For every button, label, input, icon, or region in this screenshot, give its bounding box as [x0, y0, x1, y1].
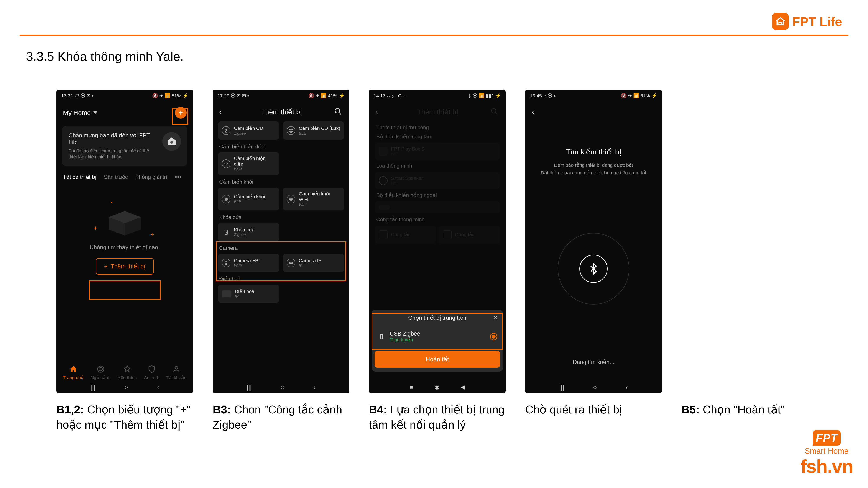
svg-point-7: [289, 129, 293, 132]
hub-selection-sheet: Chọn thiết bị trung tâm ✕ USB Zigbee Trự…: [372, 310, 503, 371]
recents-icon[interactable]: ■: [410, 384, 413, 390]
nav-home[interactable]: Trang chủ: [63, 365, 84, 380]
device-camera-fpt[interactable]: Camera FPTWiFi: [218, 254, 279, 272]
add-device-plus-button[interactable]: +: [175, 107, 187, 119]
device-motion-lux[interactable]: Cảm biến CĐ (Lux)BLE: [283, 122, 344, 140]
searching-status: Đang tìm kiếm...: [573, 359, 614, 365]
back-arrow-icon[interactable]: ‹: [219, 107, 229, 117]
android-nav: ■ ◉ ◀: [369, 384, 506, 390]
lux-icon: [287, 126, 295, 135]
back-icon[interactable]: ‹: [626, 384, 628, 391]
device-switch-1: Công tắc: [375, 226, 436, 244]
welcome-title: Chào mừng bạn đã đến với FPT Life: [69, 132, 158, 145]
svg-rect-18: [380, 334, 382, 339]
presence-icon: [222, 159, 230, 168]
divider: [20, 35, 848, 36]
hub-icon: [162, 132, 181, 151]
status-right-icons: ᛒ ⦿ 📶 ▮▮▯ ⚡: [468, 93, 501, 99]
empty-box-icon: + + ●: [104, 205, 145, 237]
home-dropdown[interactable]: My Home: [63, 109, 97, 117]
device-type-list[interactable]: Cảm biến CĐZigbee Cảm biến CĐ (Lux)BLE C…: [213, 122, 349, 303]
home-button-icon[interactable]: ○: [281, 384, 284, 391]
hub-option-usb-zigbee[interactable]: USB Zigbee Trực tuyến: [372, 326, 503, 347]
switch-icon: [443, 230, 452, 239]
section-title: 3.3.5 Khóa thông minh Yale.: [26, 49, 850, 64]
plus-icon: +: [104, 263, 107, 270]
status-left-icons: ⌂ ᛒ · G ···: [387, 93, 407, 98]
tab-front-yard[interactable]: Sân trước: [104, 174, 128, 180]
android-nav: ||| ○ ‹: [56, 384, 193, 391]
recents-icon[interactable]: |||: [247, 384, 251, 391]
camera-icon: [222, 259, 230, 267]
svg-point-16: [290, 262, 291, 263]
svg-point-11: [290, 198, 292, 200]
phone-2: 17:29 ⦿ ✉ ✉ • 🔇 ✈ 📶 41% ⚡ ‹ Thêm thiết b…: [213, 90, 349, 393]
category-hub: Bộ điều khiển trung tâm: [376, 134, 498, 140]
caption-3: B4: Lựa chọn thiết bị trung tâm kết nối …: [369, 402, 506, 432]
home-button-icon[interactable]: ◉: [435, 384, 439, 390]
status-left-icons: 🛡 ⦿ ✉ •: [74, 93, 94, 98]
nav-scene[interactable]: Ngữ cảnh: [91, 365, 111, 380]
switch-icon: [379, 230, 388, 239]
hub-name: USB Zigbee: [390, 330, 420, 337]
camera-icon: [287, 259, 295, 267]
document-page: FPT Life 3.3.5 Khóa thông minh Yale. 13:…: [0, 0, 868, 488]
svg-point-4: [335, 108, 340, 113]
home-button-icon[interactable]: ○: [124, 384, 128, 391]
back-icon[interactable]: ‹: [157, 384, 159, 391]
bottom-nav: Trang chủ Ngữ cảnh Yêu thích An ninh Tài…: [56, 365, 193, 380]
status-right-icons: 🔇 ✈ 📶 51% ⚡: [152, 93, 188, 99]
svg-point-10: [225, 198, 227, 200]
android-nav: ||| ○ ‹: [213, 384, 349, 391]
close-icon[interactable]: ✕: [493, 314, 498, 322]
page-title: Thêm thiết bị: [417, 108, 458, 116]
back-icon[interactable]: ‹: [313, 384, 315, 391]
column-2: 17:29 ⦿ ✉ ✉ • 🔇 ✈ 📶 41% ⚡ ‹ Thêm thiết b…: [213, 90, 349, 432]
tab-all-devices[interactable]: Tất cả thiết bị: [63, 174, 97, 180]
done-button[interactable]: Hoàn tất: [375, 351, 500, 368]
nav-fav[interactable]: Yêu thích: [118, 365, 137, 380]
scene-icon: [97, 365, 105, 373]
column-3: 14:13 ⌂ ᛒ · G ··· ᛒ ⦿ 📶 ▮▮▯ ⚡ ‹ Thêm thi…: [369, 90, 506, 432]
svg-point-1: [99, 367, 102, 371]
category-presence: Cảm biến hiện diện: [219, 143, 343, 150]
device-presence-wifi[interactable]: Cảm biến hiện diệnWiFi: [218, 152, 279, 175]
back-icon[interactable]: ◀: [461, 384, 465, 390]
fsh-url-text: fsh.vn: [801, 456, 853, 477]
room-tabs: Tất cả thiết bị Sân trước Phòng giải trí…: [56, 168, 193, 186]
device-lock-zigbee[interactable]: Khóa cửaZigbee: [218, 223, 279, 241]
device-smoke-ble[interactable]: Cảm biến khóiBLE: [218, 188, 279, 210]
device-camera-ip[interactable]: Camera IPIP: [283, 254, 344, 272]
column-1: 13:31 🛡 ⦿ ✉ • 🔇 ✈ 📶 51% ⚡ My Home + Chào…: [56, 90, 193, 432]
welcome-subtitle: Cài đặt bộ điều khiển trung tâm để có th…: [69, 148, 158, 160]
clock-text: 14:13: [374, 93, 385, 98]
searching-body: Tìm kiếm thiết bị Đảm bảo rằng thiết bị …: [525, 122, 662, 365]
tab-media-room[interactable]: Phòng giải trí: [135, 174, 167, 180]
caption-5: B5: Chọn "Hoàn tất": [681, 402, 785, 417]
home-button-icon[interactable]: ○: [593, 384, 597, 391]
category-lock: Khóa cửa: [219, 214, 343, 220]
category-camera: Camera: [219, 245, 343, 251]
android-nav: ||| ○ ‹: [525, 384, 662, 391]
back-arrow-icon[interactable]: ‹: [532, 107, 541, 117]
more-tabs-icon[interactable]: •••: [175, 173, 182, 181]
status-bar: 14:13 ⌂ ᛒ · G ··· ᛒ ⦿ 📶 ▮▮▯ ⚡: [369, 90, 506, 102]
category-speaker: Loa thông minh: [376, 163, 498, 169]
device-motion-zigbee[interactable]: Cảm biến CĐZigbee: [218, 122, 279, 140]
phones-row: 13:31 🛡 ⦿ ✉ • 🔇 ✈ 📶 51% ⚡ My Home + Chào…: [56, 90, 850, 432]
home-header: My Home +: [56, 102, 193, 123]
device-smoke-wifi[interactable]: Cảm biến khói WiFiWiFi: [283, 188, 344, 210]
recents-icon[interactable]: |||: [90, 384, 95, 391]
empty-state: + + ● Không tìm thấy thiết bị nào. + Thê…: [56, 205, 193, 274]
header: FPT Life: [18, 13, 850, 30]
search-icon[interactable]: [334, 107, 343, 116]
svg-point-0: [170, 141, 173, 144]
caption-4: Chờ quét ra thiết bị: [525, 402, 622, 417]
recents-icon[interactable]: |||: [559, 384, 564, 391]
nav-account[interactable]: Tài khoản: [166, 365, 187, 380]
device-ir: [375, 201, 499, 214]
device-ac-ir[interactable]: Điều hoàIR: [218, 285, 279, 303]
device-smart-speaker: Smart SpeakerWifi: [375, 172, 499, 189]
add-device-button[interactable]: + Thêm thiết bị: [96, 258, 154, 274]
nav-security[interactable]: An ninh: [144, 365, 159, 380]
